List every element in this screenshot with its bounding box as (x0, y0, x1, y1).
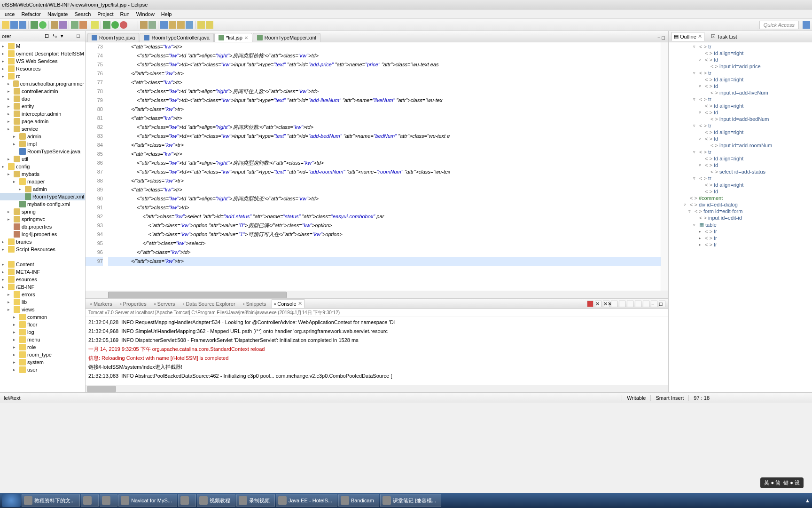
minimize-icon[interactable]: − (651, 301, 657, 307)
clear-icon[interactable] (611, 301, 617, 307)
quick-access[interactable]: Quick Access (759, 21, 799, 29)
outline-item[interactable]: ▿< > form id=edit-form (670, 208, 811, 214)
perspective-icon[interactable] (803, 21, 810, 29)
tab-outline[interactable]: ▤ Outline ✕ (671, 32, 704, 41)
tree-item[interactable]: ▸system (0, 358, 85, 366)
tree-item[interactable]: ▸util (0, 155, 85, 163)
horizontal-scrollbar[interactable] (86, 291, 668, 298)
outline-item[interactable]: < > td align=right (670, 103, 811, 109)
taskbar-item[interactable]: Navicat for MyS... (118, 494, 177, 507)
debug-icon[interactable] (31, 21, 38, 29)
tree-item[interactable]: ▸Resources (0, 65, 85, 72)
tree-item[interactable] (0, 253, 85, 261)
tool-icon[interactable] (186, 21, 193, 29)
tree-item[interactable]: ▸mapper (0, 178, 85, 185)
outline-item[interactable]: ▿< > td (670, 83, 811, 89)
collapse-all-icon[interactable]: ⊟ (45, 33, 51, 40)
tree-item[interactable]: ▸oyment Descriptor: HotelSSM (0, 50, 85, 57)
tree-item[interactable]: ▸views (0, 306, 85, 313)
remove-icon[interactable]: ✕ (595, 301, 601, 307)
display-icon[interactable] (635, 301, 641, 307)
maximize-icon[interactable]: □ (659, 301, 665, 307)
pin-icon[interactable] (627, 301, 633, 307)
menu-item[interactable]: Project (94, 10, 116, 18)
tree-item[interactable]: RoomTypeService.java (0, 148, 85, 155)
menu-item[interactable]: Navigate (45, 10, 70, 18)
outline-item[interactable]: ▸< > tr (670, 235, 811, 241)
console-hscroll[interactable] (86, 385, 668, 392)
ime-popup[interactable]: 英 ● 简 键 ● 设 (760, 477, 804, 488)
taskbar-item[interactable]: 教程资料下的文... (22, 494, 80, 507)
editor-tab[interactable]: *list.jsp✕ (214, 33, 252, 42)
type-icon[interactable] (148, 21, 156, 29)
taskbar-item[interactable] (178, 494, 196, 507)
save-all-icon[interactable] (19, 21, 26, 29)
tree-item[interactable]: ▸menu (0, 336, 85, 343)
run-ext-icon[interactable] (120, 21, 127, 29)
tool-icon[interactable] (177, 21, 185, 29)
outline-item[interactable]: ▿< > tr (670, 96, 811, 103)
file-tree[interactable]: ▸M▸oyment Descriptor: HotelSSM▸WS Web Se… (0, 41, 85, 392)
tree-item[interactable]: ▸esources (0, 276, 85, 283)
outline-tree[interactable]: ▿< > tr< > td align=right▿< > td< > inpu… (669, 42, 812, 392)
tool-icon[interactable] (51, 21, 58, 29)
outline-item[interactable]: ▿▦ table (670, 221, 811, 228)
close-icon[interactable]: ✕ (298, 301, 302, 307)
tree-item[interactable]: ▸spring (0, 208, 85, 215)
tree-item[interactable]: mybatis-config.xml (0, 200, 85, 208)
tree-item[interactable]: ▸room_type (0, 351, 85, 358)
tree-item[interactable]: ▸Content (0, 261, 85, 268)
menu-item[interactable]: urce (2, 10, 17, 18)
stop-icon[interactable] (587, 301, 593, 307)
menu-item[interactable]: Refactor (18, 10, 44, 18)
outline-item[interactable]: < > input id=add-price (670, 63, 811, 70)
outline-item[interactable]: < > td align=right (670, 155, 811, 162)
taskbar-item[interactable]: 课堂笔记 [兼容模... (380, 494, 441, 507)
tree-item[interactable]: ▸controller.admin (0, 87, 85, 95)
tool-icon[interactable] (128, 21, 136, 29)
outline-item[interactable]: ▿< > tr (670, 70, 811, 76)
tree-item[interactable]: ▸config (0, 163, 85, 170)
outline-item[interactable]: ▸< > tr (670, 241, 811, 248)
tree-item[interactable]: db.properties (0, 223, 85, 230)
close-icon[interactable]: ✕ (244, 35, 248, 40)
editor-body[interactable]: 7374757677787980818283848586878889909192… (86, 42, 668, 291)
minimize-icon[interactable]: − (69, 33, 75, 40)
outline-item[interactable]: < > td align=right (670, 129, 811, 135)
outline-item[interactable]: < > td align=right (670, 50, 811, 56)
tree-item[interactable]: ▸impl (0, 140, 85, 148)
bottom-tab-properties[interactable]: ▫Properties (118, 300, 148, 308)
tree-item[interactable]: ▸log (0, 328, 85, 336)
tool-icon[interactable] (59, 21, 67, 29)
tree-item[interactable]: ▸dao (0, 95, 85, 103)
tree-item[interactable]: ▸META-INF (0, 268, 85, 276)
tree-item[interactable]: ▸braries (0, 238, 85, 246)
menu-item[interactable]: Search (71, 10, 94, 18)
tree-item[interactable]: ▸admin (0, 185, 85, 193)
remove-all-icon[interactable]: ✕✕ (603, 301, 609, 307)
new-class-icon[interactable] (71, 21, 78, 29)
outline-item[interactable]: < > input id=add-roomNum (670, 142, 811, 149)
run-arrow-icon[interactable] (111, 21, 119, 29)
start-button[interactable] (2, 494, 21, 507)
outline-item[interactable]: < > td align=right (670, 76, 811, 83)
taskbar-item[interactable]: Bandicam (338, 494, 379, 507)
outline-item[interactable]: ▿< > tr (670, 122, 811, 129)
outline-item[interactable]: ▿< > td (670, 56, 811, 63)
taskbar-item[interactable]: 视频教程 (197, 494, 235, 507)
outline-item[interactable]: ▿< > div id=edit-dialog (670, 201, 811, 208)
tool-icon[interactable] (160, 21, 168, 29)
outline-item[interactable]: < > #comment (670, 195, 811, 201)
debug-run-icon[interactable] (103, 21, 110, 29)
outline-item[interactable]: < > td align=right (670, 182, 811, 188)
editor-tab[interactable]: RoomTypeMapper.xml (253, 33, 320, 42)
outline-item[interactable]: < > input id=edit-id (670, 214, 811, 221)
outline-item[interactable]: ▸< > tr (670, 228, 811, 235)
editor-tab[interactable]: RoomTypeController.java (140, 33, 214, 42)
tree-item[interactable]: ▸rc (0, 72, 85, 80)
maximize-icon[interactable]: □ (77, 33, 83, 40)
forward-icon[interactable] (206, 21, 213, 29)
tree-item[interactable]: ▸admin (0, 133, 85, 140)
bottom-tab-snippets[interactable]: ▫Snippets (241, 300, 268, 308)
bottom-tab-data-source-explorer[interactable]: ▫Data Source Explorer (181, 300, 237, 308)
